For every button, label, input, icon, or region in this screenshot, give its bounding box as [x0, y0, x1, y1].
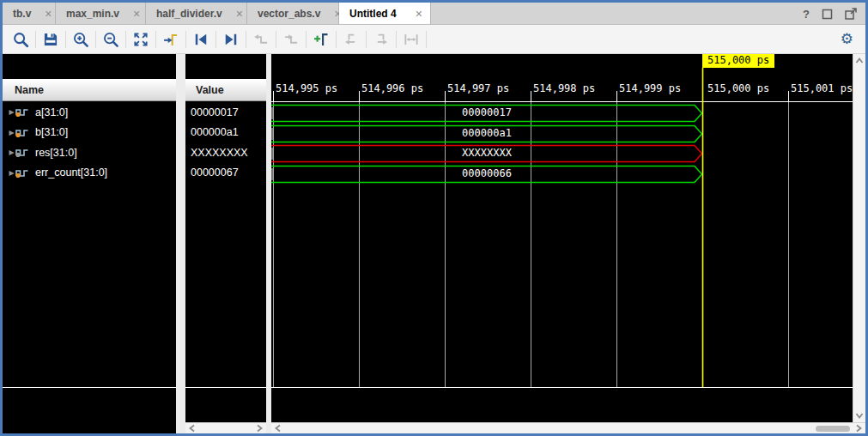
signal-name: a[31:0]: [35, 106, 68, 118]
scrollbar-thumb[interactable]: [816, 426, 850, 432]
signal-name-panel: Name ▶ a[31:0] ▶ b[31:0] ▶: [3, 54, 176, 433]
save-icon[interactable]: [38, 27, 64, 51]
vertical-scrollbar[interactable]: [853, 54, 865, 422]
signal-row-a[interactable]: ▶ a[31:0]: [3, 102, 176, 123]
time-tick-label: 514,999 ps: [619, 82, 681, 94]
panel-divider-line: [3, 387, 176, 388]
toolbar-separator: [336, 31, 337, 48]
tab-tb-v[interactable]: tb.v ×: [3, 3, 56, 24]
signal-row-err-count[interactable]: ▶ err_count[31:0]: [3, 163, 176, 184]
settings-gear-icon[interactable]: ⚙: [841, 30, 853, 48]
signal-row-b[interactable]: ▶ b[31:0]: [3, 123, 176, 143]
close-icon[interactable]: ×: [45, 8, 52, 20]
toolbar-separator: [185, 31, 186, 48]
tab-max-min-v[interactable]: max_min.v ×: [56, 3, 146, 24]
go-to-last-time-icon[interactable]: [218, 27, 244, 51]
cursor-time-label[interactable]: 515,000 ps: [702, 54, 774, 68]
help-icon[interactable]: ?: [803, 8, 810, 21]
tab-label: vector_abs.v: [258, 8, 320, 20]
expand-chevron-icon[interactable]: ▶: [3, 169, 12, 177]
toolbar-separator: [306, 31, 307, 48]
tab-label: max_min.v: [66, 8, 119, 20]
expand-chevron-icon[interactable]: ▶: [3, 148, 12, 156]
time-tick-label: 515,001 ps: [791, 82, 853, 94]
waveform-panel[interactable]: 515,000 ps 514,995 ps 514,996 ps 514,997…: [271, 54, 853, 422]
signal-value-panel: Value 00000017 000000a1 XXXXXXXX 0000006…: [185, 54, 266, 433]
time-tick-label: 514,997 ps: [447, 82, 509, 94]
toolbar-separator: [366, 31, 367, 48]
add-marker-icon[interactable]: [308, 27, 334, 51]
scroll-left-icon[interactable]: [273, 423, 283, 433]
expand-chevron-icon[interactable]: ▶: [3, 108, 12, 116]
bus-value-label: 000000a1: [271, 125, 702, 142]
waveform-toolbar: ⚙: [3, 25, 865, 54]
signal-value: XXXXXXXX: [191, 142, 266, 163]
signal-name: res[31:0]: [35, 147, 77, 159]
tab-untitled-4[interactable]: Untitled 4 ×: [339, 3, 431, 24]
close-icon[interactable]: ×: [236, 8, 243, 20]
tab-label: tb.v: [13, 8, 31, 20]
signal-name: b[31:0]: [35, 126, 68, 138]
signal-value: 00000067: [191, 163, 266, 184]
bus-value-label: 00000017: [271, 105, 702, 121]
vivado-waveform-window: tb.v × max_min.v × half_divider.v × vect…: [0, 0, 868, 436]
scroll-up-icon[interactable]: [854, 56, 865, 66]
signal-value: 00000017: [191, 102, 266, 123]
expand-chevron-icon[interactable]: ▶: [3, 129, 12, 136]
scroll-right-icon[interactable]: [853, 423, 864, 433]
signal-name: err_count[31:0]: [35, 167, 107, 179]
value-horizontal-scrollbar[interactable]: [185, 422, 266, 433]
zoom-fit-icon[interactable]: [128, 27, 154, 51]
previous-transition-icon[interactable]: [248, 27, 274, 51]
zoom-in-icon[interactable]: [68, 27, 94, 51]
bus-signal-icon: [15, 167, 32, 179]
maximize-icon[interactable]: [822, 9, 833, 20]
next-marker-icon[interactable]: [368, 27, 394, 51]
toolbar-separator: [396, 31, 397, 48]
tab-half-divider-v[interactable]: half_divider.v ×: [146, 3, 247, 24]
zoom-to-cursor-icon[interactable]: [158, 27, 184, 51]
toolbar-separator: [426, 31, 427, 48]
go-to-time-zero-icon[interactable]: [188, 27, 214, 51]
close-icon[interactable]: ×: [416, 8, 422, 20]
bus-value-label: XXXXXXXX: [271, 145, 702, 161]
next-transition-icon[interactable]: [278, 27, 304, 51]
signal-row-res[interactable]: ▶ res[31:0]: [3, 142, 176, 163]
time-tick-label: 514,995 ps: [276, 82, 337, 94]
previous-marker-icon[interactable]: [338, 27, 364, 51]
scroll-right-icon[interactable]: [254, 423, 264, 433]
tab-label: Untitled 4: [349, 8, 397, 20]
swap-cursors-icon[interactable]: [398, 27, 424, 51]
float-window-icon[interactable]: [845, 8, 857, 20]
tab-label: half_divider.v: [156, 8, 222, 20]
bus-signal-icon: [15, 106, 32, 118]
signal-name-rows: ▶ a[31:0] ▶ b[31:0] ▶: [3, 102, 176, 183]
name-value-splitter[interactable]: [176, 54, 185, 433]
scroll-left-icon[interactable]: [187, 423, 197, 433]
name-column-header: Name: [3, 79, 176, 101]
window-controls: ?: [803, 3, 857, 25]
search-icon[interactable]: [8, 27, 33, 51]
time-tick-label: 514,998 ps: [533, 82, 595, 94]
waveform-horizontal-scrollbar[interactable]: [271, 422, 865, 433]
toolbar-separator: [65, 31, 66, 48]
tab-bar: tb.v × max_min.v × half_divider.v × vect…: [3, 3, 865, 25]
time-tick-label: 514,996 ps: [361, 82, 423, 94]
bus-value-label: 00000066: [271, 166, 702, 182]
toolbar-separator: [35, 31, 36, 48]
close-icon[interactable]: ×: [133, 8, 140, 20]
bus-signal-icon: [15, 127, 32, 138]
zoom-out-icon[interactable]: [98, 27, 124, 51]
signal-value-rows: 00000017 000000a1 XXXXXXXX 00000067: [191, 102, 266, 183]
signal-value: 000000a1: [191, 123, 266, 143]
toolbar-separator: [276, 31, 276, 48]
time-tick-label: 515,000 ps: [707, 82, 769, 94]
tab-vector-abs-v[interactable]: vector_abs.v ×: [247, 3, 339, 24]
scroll-down-icon[interactable]: [854, 410, 865, 421]
toolbar-separator: [155, 31, 156, 48]
toolbar-separator: [125, 31, 126, 48]
bus-signal-icon: [15, 147, 32, 158]
toolbar-separator: [95, 31, 96, 48]
waveform-main-area: Name ▶ a[31:0] ▶ b[31:0] ▶: [3, 54, 865, 433]
panel-divider-line: [185, 387, 266, 388]
